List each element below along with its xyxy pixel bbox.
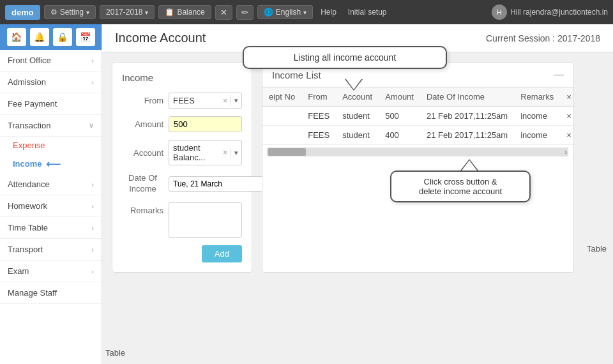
account-label: Account: [122, 148, 163, 158]
delete-icon[interactable]: ×: [566, 111, 571, 121]
delete-icon[interactable]: ×: [566, 130, 571, 140]
scroll-right-icon[interactable]: ›: [564, 148, 567, 156]
col-amount: Amount: [379, 87, 420, 107]
cell-account: student: [336, 126, 379, 145]
cell-amount: 500: [379, 107, 420, 126]
amount-label: Amount: [122, 119, 163, 129]
cell-date: 21 Feb 2017,11:25am: [420, 107, 514, 126]
col-date: Date Of Income: [420, 87, 514, 107]
table-row: FEES student 500 21 Feb 2017,11:25am inc…: [262, 107, 573, 126]
gear-icon: ⚙: [50, 8, 57, 17]
sidebar-item-income[interactable]: Income ⟵: [0, 154, 102, 174]
sidebar-item-exam[interactable]: Exam ›: [0, 261, 102, 282]
cell-from: FEES: [301, 107, 336, 126]
edit-icon-button[interactable]: ✏: [236, 5, 254, 20]
sidebar-item-fee-payment[interactable]: Fee Payment: [0, 93, 102, 115]
scrollbar-thumb[interactable]: [268, 148, 306, 156]
col-remarks: Remarks: [514, 87, 560, 107]
caret-icon: ▾: [303, 9, 306, 16]
content-body: Listing all income account Income From F…: [102, 52, 613, 282]
sidebar-item-transport[interactable]: Transport ›: [0, 239, 102, 261]
add-button[interactable]: Add: [202, 245, 242, 262]
sidebar-item-timetable[interactable]: Time Table ›: [0, 217, 102, 239]
sidebar-item-transaction[interactable]: Transaction ∨: [0, 115, 102, 137]
chevron-icon: ›: [91, 246, 94, 254]
date-input[interactable]: [169, 176, 273, 192]
callout2-arrow-up-inner: [462, 160, 477, 171]
income-list: Income List — eipt No From Account Amoun…: [262, 62, 574, 273]
year-button[interactable]: 2017-2018 ▾: [100, 5, 155, 19]
setting-button[interactable]: ⚙ Setting ▾: [44, 5, 96, 19]
table-wrapper: eipt No From Account Amount Date Of Inco…: [262, 87, 573, 145]
table-footer-label: Table: [105, 348, 125, 358]
calendar-icon-button[interactable]: 📅: [76, 28, 95, 46]
from-clear-icon[interactable]: ×: [220, 95, 231, 107]
cell-receipt: [262, 107, 301, 126]
callout-listing: Listing all income account: [243, 46, 447, 69]
cell-delete: ×: [560, 107, 573, 126]
sidebar-item-front-office[interactable]: Front Office ›: [0, 50, 102, 72]
date-row: Date OfIncome: [122, 173, 242, 195]
cell-from: FEES: [301, 126, 336, 145]
balance-button[interactable]: 📋 Balance: [158, 5, 211, 19]
income-table: eipt No From Account Amount Date Of Inco…: [262, 87, 573, 145]
account-value: student Balanc...: [169, 140, 220, 165]
chevron-icon: ›: [91, 202, 94, 210]
arrow-right-icon: ⟵: [46, 158, 61, 170]
session-info: Current Session : 2017-2018: [486, 33, 600, 43]
callout-arrow-down-inner: [346, 79, 361, 89]
from-dropdown-icon[interactable]: ▾: [231, 95, 241, 106]
sidebar-item-manage-staff[interactable]: Manage Staff: [0, 282, 102, 304]
from-value: FEES: [169, 93, 220, 108]
chevron-icon: ›: [91, 79, 94, 86]
minimize-icon[interactable]: —: [554, 69, 564, 80]
lock-icon-button[interactable]: 🔒: [53, 28, 72, 46]
chevron-icon: ›: [91, 224, 94, 232]
chevron-icon: ∨: [89, 121, 94, 130]
from-label: From: [122, 96, 163, 105]
flag-icon: 🌐: [264, 8, 273, 17]
account-clear-icon[interactable]: ×: [220, 147, 231, 158]
cell-remarks: income: [514, 126, 560, 145]
cell-delete: ×: [560, 126, 573, 145]
account-dropdown-icon[interactable]: ▾: [231, 148, 241, 158]
home-icon-button[interactable]: 🏠: [7, 28, 26, 46]
sidebar-item-expense[interactable]: Expense: [0, 137, 102, 154]
chevron-icon: ›: [91, 268, 94, 275]
chevron-icon: ›: [91, 57, 94, 64]
chevron-icon: ›: [91, 181, 94, 188]
amount-row: Amount: [122, 116, 242, 132]
top-navigation: demo ⚙ Setting ▾ 2017-2018 ▾ 📋 Balance ✕…: [0, 0, 613, 24]
user-info: H Hill rajendra@junctiontech.in: [492, 4, 608, 20]
list-title: Income List: [272, 70, 321, 80]
avatar: H: [492, 4, 507, 20]
bell-icon-button[interactable]: 🔔: [30, 28, 49, 46]
table-label: Table: [587, 244, 607, 254]
cell-account: student: [336, 107, 379, 126]
language-button[interactable]: 🌐 English ▾: [257, 5, 313, 19]
cell-date: 21 Feb 2017,11:25am: [420, 126, 514, 145]
account-select[interactable]: student Balanc... × ▾: [169, 140, 242, 165]
table-row: FEES student 400 21 Feb 2017,11:25am inc…: [262, 126, 573, 145]
col-receipt: eipt No: [262, 87, 301, 107]
remarks-input[interactable]: [169, 202, 242, 238]
main-layout: 🏠 🔔 🔒 📅 Front Office › Admission › Fee P…: [0, 24, 613, 364]
table-header-row: eipt No From Account Amount Date Of Inco…: [262, 87, 573, 107]
sidebar-item-admission[interactable]: Admission ›: [0, 72, 102, 93]
sidebar-item-attendance[interactable]: Attendance ›: [0, 174, 102, 195]
callout-delete: Click cross button &delete income accoun…: [390, 171, 531, 202]
col-from: From: [301, 87, 336, 107]
close-icon-button[interactable]: ✕: [215, 5, 232, 20]
cell-amount: 400: [379, 126, 420, 145]
income-form: Income From FEES × ▾ Amount: [112, 62, 252, 273]
from-select[interactable]: FEES × ▾: [169, 93, 242, 109]
income-form-title: Income: [122, 72, 242, 83]
cell-receipt: [262, 126, 301, 145]
remarks-label: Remarks: [122, 202, 163, 215]
amount-input[interactable]: [169, 116, 242, 132]
initial-setup-button[interactable]: Initial setup: [344, 6, 391, 19]
scrollbar[interactable]: ›: [268, 148, 568, 156]
caret-icon: ▾: [145, 9, 148, 16]
help-button[interactable]: Help: [317, 6, 340, 19]
sidebar-item-homework[interactable]: Homework ›: [0, 195, 102, 217]
